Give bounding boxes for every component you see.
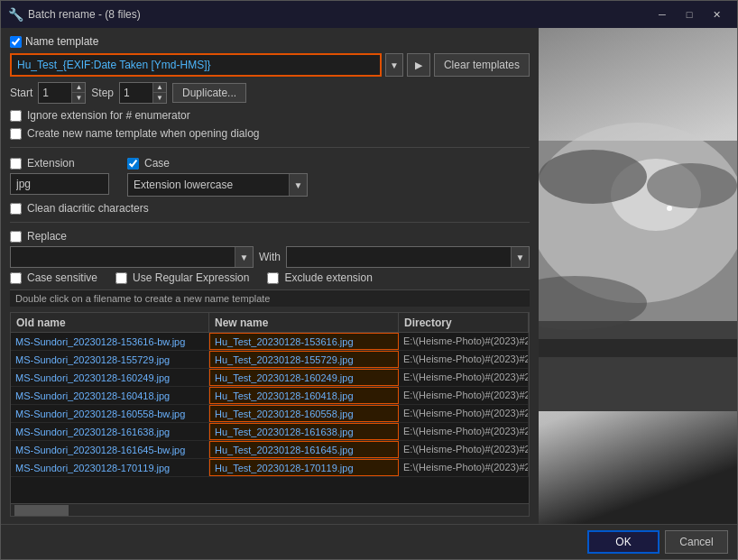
replace-to-wrapper: ▼ — [286, 246, 530, 268]
case-label: Case — [144, 157, 170, 170]
divider-2 — [10, 222, 530, 223]
replace-checkbox-label[interactable]: Replace — [10, 230, 530, 243]
case-select-wrapper: Extension lowercase Extension uppercase … — [127, 173, 308, 197]
file-table: Old name New name Directory MS-Sundori_2… — [10, 312, 530, 517]
th-directory: Directory — [399, 313, 529, 332]
extension-label: Extension — [27, 157, 75, 170]
ignore-extension-checkbox-label[interactable]: Ignore extension for # enumerator — [10, 109, 530, 122]
table-row[interactable]: MS-Sundori_20230128-160249.jpg Hu_Test_2… — [11, 369, 529, 387]
window-title: Batch rename - (8 files) — [28, 8, 141, 21]
create-template-label: Create new name template when opening di… — [27, 127, 260, 140]
exclude-ext-label[interactable]: Exclude extension — [267, 271, 372, 284]
ignore-extension-checkbox[interactable] — [10, 110, 22, 122]
close-button[interactable]: ✕ — [703, 5, 730, 24]
table-row[interactable]: MS-Sundori_20230128-155729.jpg Hu_Test_2… — [11, 351, 529, 369]
start-input[interactable] — [39, 83, 71, 103]
step-up-arrow[interactable]: ▲ — [153, 83, 166, 93]
step-down-arrow[interactable]: ▼ — [153, 93, 166, 103]
case-dropdown-button[interactable]: ▼ — [289, 174, 307, 196]
create-template-checkbox[interactable] — [10, 128, 22, 140]
template-dropdown-button[interactable]: ▼ — [385, 53, 403, 77]
clear-templates-button[interactable]: Clear templates — [434, 53, 530, 77]
replace-label: Replace — [27, 230, 67, 243]
options-row: Case sensitive Use Regular Expression Ex… — [10, 271, 530, 284]
name-template-section: Name template — [10, 35, 530, 48]
title-bar: 🔧 Batch rename - (8 files) ─ □ ✕ — [1, 1, 737, 28]
extension-input[interactable] — [10, 173, 109, 195]
svg-point-4 — [647, 163, 737, 208]
td-dir-1: E:\(Heisme-Photo)#(2023)#2023.01.28 서해안 … — [399, 351, 529, 368]
start-arrows: ▲ ▼ — [71, 83, 85, 103]
ignore-extension-label: Ignore extension for # enumerator — [27, 109, 190, 122]
th-new-name: New name — [209, 313, 399, 332]
name-template-checkbox[interactable] — [10, 36, 22, 48]
step-input[interactable] — [120, 83, 152, 103]
start-spinner[interactable]: ▲ ▼ — [38, 82, 86, 104]
replace-from-wrapper: ▼ — [10, 246, 254, 268]
step-arrows: ▲ ▼ — [152, 83, 166, 103]
create-template-checkbox-label[interactable]: Create new name template when opening di… — [10, 127, 530, 140]
template-row: ▼ ▶ Clear templates — [10, 53, 530, 77]
extension-checkbox[interactable] — [10, 158, 22, 170]
table-row[interactable]: MS-Sundori_20230128-160558-bw.jpg Hu_Tes… — [11, 405, 529, 423]
replace-to-input[interactable] — [287, 247, 511, 267]
case-select[interactable]: Extension lowercase Extension uppercase … — [128, 174, 289, 196]
replace-section: Replace ▼ With ▼ Case se — [10, 230, 530, 284]
start-label: Start — [10, 87, 32, 99]
replace-from-input[interactable] — [11, 247, 235, 267]
replace-checkbox[interactable] — [10, 231, 22, 243]
ext-case-row: Extension Case Extension lowercase Exten… — [10, 157, 530, 197]
td-new-7: Hu_Test_20230128-170119.jpg — [209, 459, 399, 476]
table-info-text: Double click on a filename to create a n… — [10, 289, 530, 307]
minimize-button[interactable]: ─ — [649, 5, 676, 24]
cancel-button[interactable]: Cancel — [665, 530, 728, 554]
maximize-button[interactable]: □ — [676, 5, 703, 24]
start-down-arrow[interactable]: ▼ — [72, 93, 85, 103]
main-content: Name template ▼ ▶ Clear templates Start … — [1, 28, 737, 524]
use-regex-checkbox[interactable] — [115, 272, 127, 284]
table-row[interactable]: MS-Sundori_20230128-161638.jpg Hu_Test_2… — [11, 423, 529, 441]
replace-to-dropdown[interactable]: ▼ — [511, 247, 529, 267]
td-dir-3: E:\(Heisme-Photo)#(2023)#2023.01.28 서해안 … — [399, 387, 529, 404]
td-old-7: MS-Sundori_20230128-170119.jpg — [11, 459, 209, 476]
clean-diacritic-checkbox-label[interactable]: Clean diacritic characters — [10, 202, 530, 215]
extension-checkbox-label[interactable]: Extension — [10, 157, 109, 170]
ok-button[interactable]: OK — [587, 530, 660, 554]
table-row[interactable]: MS-Sundori_20230128-170119.jpg Hu_Test_2… — [11, 459, 529, 477]
td-new-4: Hu_Test_20230128-160558.jpg — [209, 405, 399, 422]
replace-from-dropdown[interactable]: ▼ — [235, 247, 253, 267]
exclude-ext-checkbox[interactable] — [267, 272, 279, 284]
clean-diacritic-checkbox[interactable] — [10, 203, 22, 215]
case-checkbox-label[interactable]: Case — [127, 157, 308, 170]
td-old-6: MS-Sundori_20230128-161645-bw.jpg — [11, 441, 209, 458]
start-up-arrow[interactable]: ▲ — [72, 83, 85, 93]
table-row[interactable]: MS-Sundori_20230128-161645-bw.jpg Hu_Tes… — [11, 441, 529, 459]
case-sensitive-text: Case sensitive — [27, 271, 97, 284]
case-checkbox[interactable] — [127, 158, 139, 170]
table-body[interactable]: MS-Sundori_20230128-153616-bw.jpg Hu_Tes… — [11, 333, 529, 503]
step-spinner[interactable]: ▲ ▼ — [119, 82, 167, 104]
with-label: With — [259, 251, 281, 263]
svg-point-8 — [667, 206, 672, 211]
title-bar-left: 🔧 Batch rename - (8 files) — [8, 7, 141, 22]
table-header: Old name New name Directory — [11, 313, 529, 333]
td-new-2: Hu_Test_20230128-160249.jpg — [209, 369, 399, 386]
use-regex-label[interactable]: Use Regular Expression — [115, 271, 249, 284]
title-bar-controls: ─ □ ✕ — [649, 5, 730, 24]
template-arrow-button[interactable]: ▶ — [407, 53, 430, 77]
td-old-0: MS-Sundori_20230128-153616-bw.jpg — [11, 333, 209, 350]
case-sensitive-checkbox[interactable] — [10, 272, 22, 284]
th-old-name: Old name — [11, 313, 209, 332]
template-input[interactable] — [10, 53, 382, 77]
name-template-label: Name template — [25, 35, 98, 48]
table-row[interactable]: MS-Sundori_20230128-160418.jpg Hu_Test_2… — [11, 387, 529, 405]
duplicate-button[interactable]: Duplicate... — [172, 83, 246, 103]
horizontal-scrollbar[interactable] — [11, 503, 529, 516]
divider-1 — [10, 147, 530, 148]
main-window: 🔧 Batch rename - (8 files) ─ □ ✕ Name te… — [0, 0, 738, 560]
td-new-0: Hu_Test_20230128-153616.jpg — [209, 333, 399, 350]
td-dir-5: E:\(Heisme-Photo)#(2023)#2023.01.28 서해안 … — [399, 423, 529, 440]
table-row[interactable]: MS-Sundori_20230128-153616-bw.jpg Hu_Tes… — [11, 333, 529, 351]
case-sensitive-label[interactable]: Case sensitive — [10, 271, 97, 284]
td-new-6: Hu_Test_20230128-161645.jpg — [209, 441, 399, 458]
